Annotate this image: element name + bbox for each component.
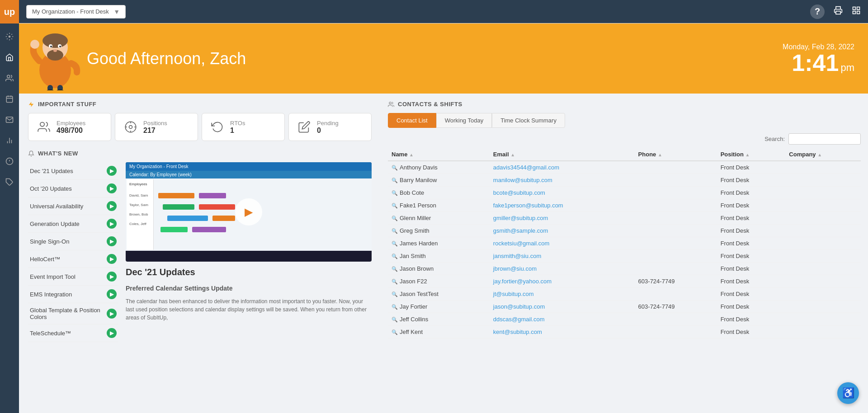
news-item-0[interactable]: Dec '21 Updates▶ <box>28 162 118 180</box>
stat-pending[interactable]: Pending 0 <box>288 113 372 141</box>
table-row[interactable]: 🔍Jan Smithjansmith@siu.comFront Desk <box>388 250 861 263</box>
col-header-position[interactable]: Position ▲ <box>717 148 786 161</box>
contact-position: Front Desk <box>717 187 786 199</box>
print-icon[interactable] <box>834 6 843 17</box>
news-item-6[interactable]: Event Import Tool▶ <box>28 268 118 286</box>
contact-search-icon: 🔍 <box>392 329 398 335</box>
table-row[interactable]: 🔍Fake1 Personfake1person@subitup.comFron… <box>388 199 861 212</box>
video-area: My Organization - Front Desk Calendar: B… <box>126 162 372 342</box>
table-row[interactable]: 🔍Anthony Davisadavis34544@gmail.comFront… <box>388 161 861 174</box>
news-arrow-icon: ▶ <box>107 254 117 264</box>
help-icon[interactable]: ? <box>810 5 825 19</box>
contact-position: Front Desk <box>717 212 786 225</box>
contact-name: Anthony Davis <box>400 164 438 171</box>
news-item-4[interactable]: Single Sign-On▶ <box>28 233 118 250</box>
col-header-phone[interactable]: Phone ▲ <box>635 148 717 161</box>
video-thumbnail[interactable]: My Organization - Front Desk Calendar: B… <box>126 162 372 262</box>
sidebar-item-settings[interactable] <box>0 27 19 46</box>
contact-search-icon: 🔍 <box>392 241 398 246</box>
hero-banner: Good Afternoon, Zach Monday, Feb 28, 202… <box>19 23 868 94</box>
accessibility-button[interactable]: ♿ <box>837 382 859 404</box>
svg-rect-17 <box>853 11 856 14</box>
whats-new-header: WHAT'S NEW <box>28 150 372 157</box>
video-play-button[interactable]: ▶ <box>235 198 262 225</box>
sidebar-item-home[interactable] <box>0 48 19 67</box>
table-row[interactable]: 🔍Jason TestTestjt@subitup.comFront Desk <box>388 288 861 300</box>
contacts-tab-2[interactable]: Time Clock Summary <box>492 113 565 128</box>
col-header-company[interactable]: Company ▲ <box>785 148 861 161</box>
sidebar-logo[interactable]: up <box>0 0 19 23</box>
table-row[interactable]: 🔍Jeff Collinsddscas@gmail.comFront Desk <box>388 313 861 326</box>
table-row[interactable]: 🔍Jay Fortierjason@subitup.com603-724-774… <box>388 300 861 313</box>
contact-phone <box>635 237 717 250</box>
sidebar-item-charts[interactable] <box>0 131 19 150</box>
table-row[interactable]: 🔍Greg Smithgsmith@sample.comFront Desk <box>388 225 861 237</box>
employees-value: 498/700 <box>57 127 85 135</box>
search-input[interactable] <box>788 133 861 145</box>
contact-email[interactable]: jansmith@siu.com <box>493 253 541 259</box>
contact-phone: 603-724-7749 <box>635 275 717 288</box>
contact-email[interactable]: adavis34544@gmail.com <box>493 164 559 171</box>
contact-email[interactable]: jason@subitup.com <box>493 303 545 310</box>
news-item-2[interactable]: Universal Availability▶ <box>28 197 118 215</box>
contact-email[interactable]: bcote@subitup.com <box>493 189 545 196</box>
sort-icon: ▲ <box>409 152 414 157</box>
contact-phone <box>635 326 717 338</box>
news-item-9[interactable]: TeleSchedule™▶ <box>28 324 118 342</box>
contact-email[interactable]: ddscas@gmail.com <box>493 316 545 323</box>
table-row[interactable]: 🔍Jason F22jay.fortier@yahoo.com603-724-7… <box>388 275 861 288</box>
contact-phone <box>635 250 717 263</box>
col-header-name[interactable]: Name ▲ <box>388 148 490 161</box>
svg-rect-13 <box>836 11 840 14</box>
contacts-tab-1[interactable]: Working Today <box>436 113 492 128</box>
contact-email[interactable]: manilow@subitup.com <box>493 177 552 183</box>
contact-email[interactable]: rocketsiu@gmail.com <box>493 240 549 247</box>
grid-icon[interactable] <box>852 6 861 17</box>
table-row[interactable]: 🔍Glenn Millergmiller@subitup.comFront De… <box>388 212 861 225</box>
sidebar-item-info[interactable] <box>0 152 19 171</box>
table-row[interactable]: 🔍Bob Cotebcote@subitup.comFront Desk <box>388 187 861 199</box>
table-row[interactable]: 🔍James Hardenrocketsiu@gmail.comFront De… <box>388 237 861 250</box>
contact-email[interactable]: jay.fortier@yahoo.com <box>493 278 552 285</box>
svg-point-35 <box>129 126 132 129</box>
col-header-email[interactable]: Email ▲ <box>490 148 635 161</box>
news-item-label: EMS Integration <box>30 291 72 298</box>
sidebar-item-tag[interactable] <box>0 173 19 192</box>
news-item-7[interactable]: EMS Integration▶ <box>28 286 118 303</box>
contacts-tab-0[interactable]: Contact List <box>388 113 436 128</box>
stat-employees[interactable]: Employees 498/700 <box>28 113 111 141</box>
org-selector[interactable]: My Organization - Front Desk ▼ <box>26 5 126 19</box>
news-item-5[interactable]: HelloCert™▶ <box>28 250 118 268</box>
stat-positions[interactable]: Positions 217 <box>115 113 198 141</box>
news-item-1[interactable]: Oct '20 Updates▶ <box>28 180 118 197</box>
contact-search-icon: 🔍 <box>392 279 398 284</box>
news-arrow-icon: ▶ <box>107 236 117 246</box>
table-row[interactable]: 🔍Jason Brownjbrown@siu.comFront Desk <box>388 263 861 275</box>
contact-company <box>785 300 861 313</box>
hero-greeting: Good Afternoon, Zach <box>87 49 246 68</box>
news-item-3[interactable]: Generation Update▶ <box>28 215 118 233</box>
contact-company <box>785 313 861 326</box>
news-item-label: Oct '20 Updates <box>30 185 72 192</box>
sidebar-item-mail[interactable] <box>0 110 19 129</box>
news-list: Dec '21 Updates▶Oct '20 Updates▶Universa… <box>28 162 118 342</box>
stats-row: Employees 498/700 Positions 217 <box>28 113 372 141</box>
table-row[interactable]: 🔍Jeff Kentkent@subitup.comFront Desk <box>388 326 861 338</box>
search-row: Search: <box>388 133 861 145</box>
contact-email[interactable]: jbrown@siu.com <box>493 265 537 272</box>
sidebar-item-calendar[interactable] <box>0 89 19 108</box>
contact-email[interactable]: kent@subitup.com <box>493 329 542 335</box>
contact-email[interactable]: jt@subitup.com <box>493 291 534 297</box>
svg-rect-2 <box>6 96 13 103</box>
stat-rtos[interactable]: RTOs 1 <box>202 113 285 141</box>
news-item-8[interactable]: Global Template & Position Colors▶ <box>28 303 118 324</box>
contact-email[interactable]: gsmith@sample.com <box>493 227 548 234</box>
topbar: My Organization - Front Desk ▼ ? <box>19 0 868 23</box>
contact-email[interactable]: gmiller@subitup.com <box>493 215 548 221</box>
sidebar-item-users[interactable] <box>0 69 19 88</box>
table-row[interactable]: 🔍Barry Manilowmanilow@subitup.comFront D… <box>388 174 861 187</box>
contacts-table-body: 🔍Anthony Davisadavis34544@gmail.comFront… <box>388 161 861 338</box>
contact-name: Barry Manilow <box>400 177 437 183</box>
contact-email[interactable]: fake1person@subitup.com <box>493 202 563 209</box>
contact-search-icon: 🔍 <box>392 190 398 196</box>
